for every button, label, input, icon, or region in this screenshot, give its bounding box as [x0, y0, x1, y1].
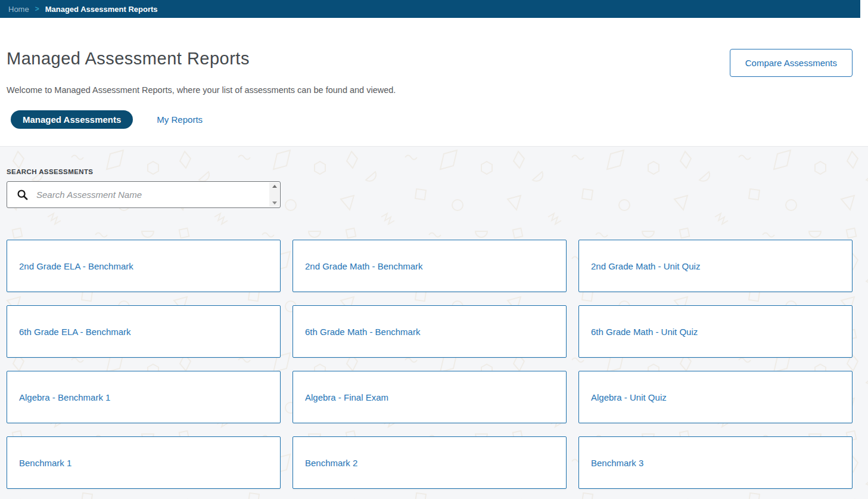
breadcrumb-separator: >	[35, 5, 39, 13]
search-box	[7, 181, 281, 208]
breadcrumb-home-link[interactable]: Home	[8, 5, 29, 14]
scroll-down-icon[interactable]	[272, 202, 277, 204]
assessment-card[interactable]: 6th Grade ELA - Benchmark	[7, 305, 281, 358]
breadcrumb: Home > Managed Assessment Reports	[0, 0, 860, 18]
assessment-card[interactable]: 2nd Grade Math - Unit Quiz	[578, 240, 853, 292]
assessment-card[interactable]: Benchmark 3	[578, 436, 853, 489]
assessment-card[interactable]: 6th Grade Math - Benchmark	[293, 305, 567, 358]
assessment-card-label: Benchmark 3	[591, 458, 643, 468]
page-subtitle: Welcome to Managed Assessment Reports, w…	[0, 77, 868, 95]
assessment-card-label: Benchmark 1	[19, 458, 71, 468]
breadcrumb-current: Managed Assessment Reports	[45, 5, 158, 14]
search-icon	[7, 189, 36, 200]
assessment-card-label: 2nd Grade ELA - Benchmark	[19, 261, 133, 271]
assessment-card[interactable]: 2nd Grade ELA - Benchmark	[7, 240, 281, 292]
assessment-card[interactable]: Algebra - Benchmark 1	[7, 371, 281, 423]
assessments-section: SEARCH ASSESSMENTS 2nd Grade ELA - Bench…	[0, 146, 868, 499]
assessment-card-label: 6th Grade ELA - Benchmark	[19, 327, 131, 337]
tab-managed-assessments[interactable]: Managed Assessments	[11, 110, 133, 129]
assessment-card[interactable]: Benchmark 2	[293, 436, 567, 489]
assessment-card-label: Algebra - Unit Quiz	[591, 392, 667, 402]
input-scrollbar[interactable]	[269, 182, 279, 207]
tab-bar: Managed Assessments My Reports	[11, 110, 868, 129]
tab-my-reports[interactable]: My Reports	[157, 114, 203, 125]
assessment-card-label: 6th Grade Math - Benchmark	[305, 327, 420, 337]
compare-assessments-button[interactable]: Compare Assessments	[730, 49, 853, 77]
assessment-card-label: 2nd Grade Math - Unit Quiz	[591, 261, 700, 271]
page-title: Managed Assessment Reports	[7, 49, 250, 69]
assessment-card[interactable]: Algebra - Final Exam	[293, 371, 567, 423]
assessment-card[interactable]: Algebra - Unit Quiz	[578, 371, 853, 423]
assessment-card-label: 2nd Grade Math - Benchmark	[305, 261, 423, 271]
page-header: Managed Assessment Reports Compare Asses…	[0, 18, 868, 146]
assessment-card[interactable]: 2nd Grade Math - Benchmark	[293, 240, 567, 292]
assessment-grid: 2nd Grade ELA - Benchmark 2nd Grade Math…	[7, 240, 868, 489]
scroll-up-icon[interactable]	[272, 185, 277, 188]
search-input[interactable]	[36, 182, 280, 207]
assessment-card-label: 6th Grade Math - Unit Quiz	[591, 327, 698, 337]
search-assessments-label: SEARCH ASSESSMENTS	[7, 168, 868, 175]
assessment-card-label: Algebra - Final Exam	[305, 392, 388, 402]
assessment-card-label: Algebra - Benchmark 1	[19, 392, 110, 402]
assessment-card[interactable]: 6th Grade Math - Unit Quiz	[578, 305, 853, 358]
assessment-card-label: Benchmark 2	[305, 458, 357, 468]
assessment-card[interactable]: Benchmark 1	[7, 436, 281, 489]
